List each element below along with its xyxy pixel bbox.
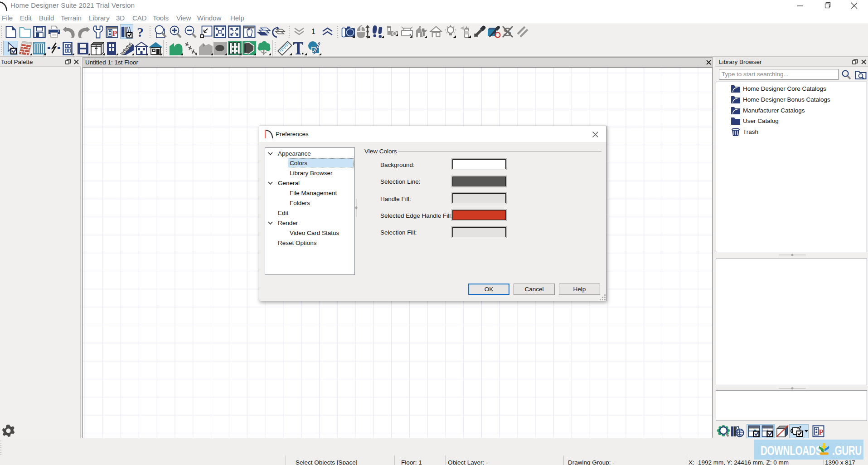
- svg-text:P: P: [819, 428, 824, 436]
- svg-text:P: P: [112, 29, 117, 38]
- svg-text:?: ?: [137, 25, 144, 39]
